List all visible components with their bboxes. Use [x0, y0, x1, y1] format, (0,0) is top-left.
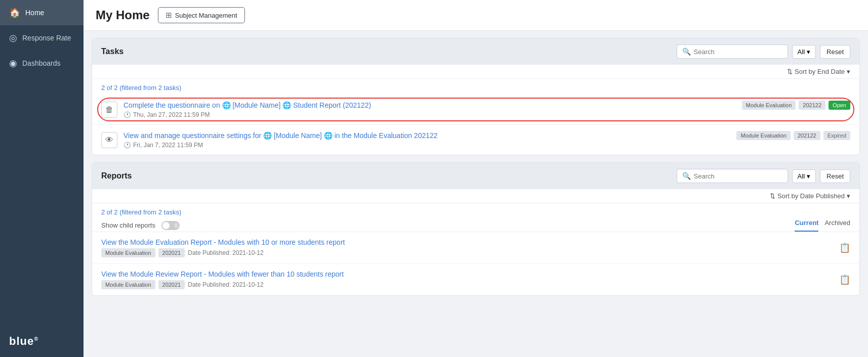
task-view-icon: 👁: [101, 132, 117, 148]
task-delete-icon: 🗑: [101, 102, 117, 118]
task-title-link[interactable]: Complete the questionnaire on 🌐 [Module …: [123, 101, 371, 109]
report-item-content: View the Module Review Report - Modules …: [101, 270, 344, 289]
subject-management-button[interactable]: ⊞ Subject Management: [158, 7, 245, 23]
reports-section-header: Reports 🔍 All ▾ Reset: [92, 163, 859, 189]
report-date: Date Published: 2021-10-12: [188, 281, 263, 288]
clock-icon: 🕐: [123, 142, 131, 149]
report-date: Date Published: 2021-10-12: [188, 249, 263, 256]
sidebar-item-label: Response Rate: [22, 34, 71, 42]
page-title: My Home: [96, 8, 150, 22]
toggle-knob: [162, 222, 170, 229]
task-badge-type: Module Evaluation: [736, 131, 791, 140]
tasks-section: Tasks 🔍 All ▾ Reset ⇅ Sort by End Date ▾: [92, 38, 860, 155]
search-icon: 🔍: [682, 48, 691, 56]
task-badge-year: 202122: [799, 101, 825, 110]
toggle-value: 0: [175, 222, 178, 229]
reports-tabs-row: Show child reports 0 Current Archived: [92, 219, 859, 232]
tasks-search-input[interactable]: [694, 48, 782, 56]
task-status-badge: Expired: [823, 131, 850, 140]
task-date: 🕐 Fri, Jan 7, 2022 11:59 PM: [123, 142, 730, 149]
report-badge-type: Module Evaluation: [101, 248, 155, 257]
sidebar-item-response-rate[interactable]: ◎ Response Rate: [0, 25, 84, 51]
home-icon: 🏠: [9, 7, 20, 18]
task-status-badge: Open: [829, 101, 850, 110]
main-content: My Home ⊞ Subject Management Tasks 🔍 All…: [84, 0, 868, 357]
reports-filter-dropdown[interactable]: All ▾: [792, 169, 816, 183]
reports-reset-button[interactable]: Reset: [820, 169, 850, 183]
task-badges: Module Evaluation 202122 Open: [742, 101, 850, 110]
tasks-section-header: Tasks 🔍 All ▾ Reset: [92, 38, 859, 65]
task-date: 🕐 Thu, Jan 27, 2022 11:59 PM: [123, 111, 736, 118]
page-header: My Home ⊞ Subject Management: [84, 0, 868, 31]
sidebar-item-label: Home: [25, 9, 44, 17]
reports-section-title: Reports: [101, 171, 132, 181]
sidebar-item-dashboards[interactable]: ◉ Dashboards: [0, 51, 84, 76]
reports-controls: 🔍 All ▾ Reset: [677, 169, 850, 183]
brand-logo: blue®: [0, 326, 84, 357]
response-rate-icon: ◎: [9, 32, 17, 43]
tasks-sort-button[interactable]: ⇅ Sort by End Date ▾: [787, 68, 850, 75]
chevron-down-icon: ▾: [807, 172, 810, 180]
reports-sort-button[interactable]: ⇅ Sort by Date Published ▾: [770, 192, 850, 200]
tasks-section-title: Tasks: [101, 47, 123, 56]
tasks-reset-button[interactable]: Reset: [820, 45, 850, 59]
show-child-label: Show child reports 0: [101, 221, 180, 230]
report-meta: Module Evaluation 202021 Date Published:…: [101, 280, 344, 289]
sort-icon: ⇅: [787, 68, 793, 75]
tasks-search-box: 🔍: [677, 44, 788, 59]
task-title-link[interactable]: View and manage questionnaire settings f…: [123, 131, 438, 140]
chevron-down-icon: ▾: [847, 68, 850, 75]
report-meta: Module Evaluation 202021 Date Published:…: [101, 248, 345, 257]
reports-filter-text: 2 of 2 (filtered from 2 tasks): [92, 203, 859, 219]
report-title-link[interactable]: View the Module Evaluation Report - Modu…: [101, 238, 345, 246]
sort-icon: ⇅: [770, 192, 775, 200]
tasks-filter-dropdown[interactable]: All ▾: [792, 45, 816, 59]
sidebar-item-label: Dashboards: [22, 59, 61, 67]
task-badge-year: 202122: [794, 131, 820, 140]
sidebar: 🏠 Home ◎ Response Rate ◉ Dashboards blue…: [0, 0, 84, 357]
task-item: 👁 View and manage questionnaire settings…: [92, 125, 859, 155]
chevron-down-icon: ▾: [807, 48, 810, 56]
tasks-sort-bar: ⇅ Sort by End Date ▾: [92, 65, 859, 79]
reports-sort-bar: ⇅ Sort by Date Published ▾: [92, 189, 859, 203]
tab-archived[interactable]: Archived: [824, 219, 850, 232]
report-item-content: View the Module Evaluation Report - Modu…: [101, 238, 345, 257]
sidebar-item-home[interactable]: 🏠 Home: [0, 0, 84, 25]
task-badges: Module Evaluation 202122 Expired: [736, 131, 850, 140]
report-badge-year: 202021: [158, 280, 185, 289]
clock-icon: 🕐: [123, 111, 131, 118]
search-icon: 🔍: [682, 172, 691, 180]
task-badge-type: Module Evaluation: [742, 101, 796, 110]
report-item: View the Module Review Report - Modules …: [92, 264, 859, 295]
report-item: View the Module Evaluation Report - Modu…: [92, 232, 859, 264]
tasks-controls: 🔍 All ▾ Reset: [677, 44, 850, 59]
tab-current[interactable]: Current: [795, 219, 818, 232]
report-action-icon[interactable]: 📋: [839, 242, 850, 253]
show-child-toggle[interactable]: 0: [161, 221, 180, 230]
report-action-icon[interactable]: 📋: [839, 274, 850, 285]
tasks-filter-text: 2 of 2 (filtered from 2 tasks): [92, 79, 859, 95]
dashboards-icon: ◉: [9, 58, 17, 69]
chevron-down-icon: ▾: [847, 192, 850, 200]
task-content: Complete the questionnaire on 🌐 [Module …: [123, 101, 736, 118]
grid-icon: ⊞: [166, 11, 172, 20]
reports-search-box: 🔍: [677, 169, 788, 183]
report-title-link[interactable]: View the Module Review Report - Modules …: [101, 270, 344, 278]
report-badge-type: Module Evaluation: [101, 280, 155, 289]
task-item: 🗑 Complete the questionnaire on 🌐 [Modul…: [92, 95, 859, 125]
reports-search-input[interactable]: [694, 172, 782, 180]
report-badge-year: 202021: [158, 248, 185, 257]
task-content: View and manage questionnaire settings f…: [123, 131, 730, 149]
reports-section: Reports 🔍 All ▾ Reset ⇅ Sort by Date Pub…: [92, 162, 860, 296]
